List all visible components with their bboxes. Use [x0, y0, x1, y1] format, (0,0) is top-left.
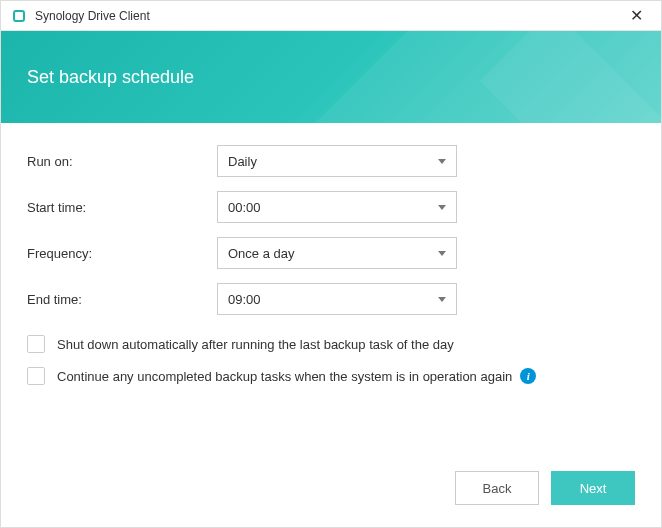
- form-row-start-time: Start time: 00:00: [27, 191, 635, 223]
- form-row-frequency: Frequency: Once a day: [27, 237, 635, 269]
- start-time-label: Start time:: [27, 200, 217, 215]
- close-button[interactable]: ✕: [621, 6, 651, 25]
- form-row-run-on: Run on: Daily: [27, 145, 635, 177]
- content-area: Run on: Daily Start time: 00:00 Frequenc…: [1, 123, 661, 453]
- form-row-end-time: End time: 09:00: [27, 283, 635, 315]
- shutdown-option-row: Shut down automatically after running th…: [27, 335, 635, 353]
- footer: Back Next: [1, 453, 661, 527]
- end-time-label: End time:: [27, 292, 217, 307]
- run-on-select[interactable]: Daily: [217, 145, 457, 177]
- continue-option-row: Continue any uncompleted backup tasks wh…: [27, 367, 635, 385]
- chevron-down-icon: [438, 297, 446, 302]
- continue-checkbox[interactable]: [27, 367, 45, 385]
- frequency-label: Frequency:: [27, 246, 217, 261]
- continue-label: Continue any uncompleted backup tasks wh…: [57, 369, 512, 384]
- run-on-value: Daily: [228, 154, 438, 169]
- titlebar: Synology Drive Client ✕: [1, 1, 661, 31]
- end-time-select[interactable]: 09:00: [217, 283, 457, 315]
- start-time-value: 00:00: [228, 200, 438, 215]
- back-button[interactable]: Back: [455, 471, 539, 505]
- banner: Set backup schedule: [1, 31, 661, 123]
- frequency-select[interactable]: Once a day: [217, 237, 457, 269]
- start-time-select[interactable]: 00:00: [217, 191, 457, 223]
- frequency-value: Once a day: [228, 246, 438, 261]
- run-on-label: Run on:: [27, 154, 217, 169]
- info-icon[interactable]: i: [520, 368, 536, 384]
- chevron-down-icon: [438, 205, 446, 210]
- next-button[interactable]: Next: [551, 471, 635, 505]
- app-title: Synology Drive Client: [35, 9, 621, 23]
- shutdown-checkbox[interactable]: [27, 335, 45, 353]
- page-title: Set backup schedule: [27, 67, 194, 88]
- app-logo-icon: [11, 8, 27, 24]
- chevron-down-icon: [438, 159, 446, 164]
- chevron-down-icon: [438, 251, 446, 256]
- end-time-value: 09:00: [228, 292, 438, 307]
- shutdown-label: Shut down automatically after running th…: [57, 337, 454, 352]
- svg-rect-0: [14, 11, 24, 21]
